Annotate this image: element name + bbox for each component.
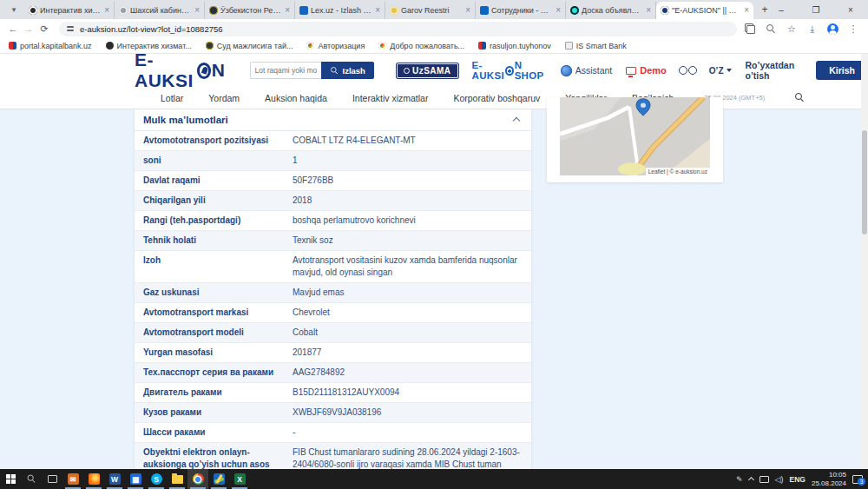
demo-link[interactable]: Demo bbox=[626, 65, 667, 76]
maps-icon bbox=[214, 473, 225, 485]
logo-circle-icon bbox=[197, 63, 211, 79]
taskbar-maps-app[interactable] bbox=[208, 469, 229, 489]
task-view-button[interactable] bbox=[42, 469, 62, 489]
back-button[interactable]: ← bbox=[5, 21, 21, 36]
izlash-search-button[interactable]: Izlash bbox=[321, 62, 374, 79]
tab-close-icon[interactable]: × bbox=[744, 6, 749, 15]
zoom-icon[interactable] bbox=[766, 24, 776, 34]
eauksion-shop-logo[interactable]: E-AUKSIN SHOP bbox=[472, 60, 545, 81]
bookmark-favicon bbox=[306, 42, 314, 50]
tab-close-icon[interactable]: × bbox=[285, 6, 290, 15]
excel-icon: X bbox=[234, 473, 246, 485]
window-close-button[interactable]: × bbox=[833, 0, 868, 19]
browser-tab-3[interactable]: Ўзбекистон Республик... × bbox=[205, 2, 295, 19]
taskbar-word[interactable]: W bbox=[104, 469, 125, 489]
monitor-icon bbox=[626, 67, 636, 75]
browser-tab-7[interactable]: Доска объявлений OLX... × bbox=[566, 2, 656, 19]
tab-close-icon[interactable]: × bbox=[375, 6, 380, 15]
taskbar-file-explorer[interactable] bbox=[167, 469, 187, 489]
accessibility-glasses-icon[interactable] bbox=[679, 66, 697, 75]
lot-search-input[interactable] bbox=[250, 62, 321, 79]
nav-item-korporativ-boshqaruv[interactable]: Korporativ boshqaruv bbox=[453, 93, 540, 103]
browser-tab-active[interactable]: "E-AUKSION" || №10882... × bbox=[656, 2, 753, 19]
browser-tab-1[interactable]: Интерактив хизматлар × bbox=[24, 2, 115, 19]
display-icon[interactable] bbox=[760, 476, 769, 483]
tab-close-icon[interactable]: × bbox=[646, 6, 651, 15]
nav-item-interaktiv-xizmatlar[interactable]: Interaktiv xizmatlar bbox=[352, 93, 429, 103]
hidden-icons-chevron[interactable] bbox=[748, 477, 754, 483]
bookmark-item[interactable]: Добро пожаловать... bbox=[378, 42, 464, 50]
table-row: Avtomotransport modeliCobalt bbox=[135, 323, 531, 343]
tab-search-chevron-icon[interactable]: ▾ bbox=[5, 2, 23, 17]
language-dropdown[interactable]: O’Z bbox=[709, 66, 732, 76]
window-minimize-button[interactable]: – bbox=[764, 0, 799, 19]
section-header-mulk[interactable]: Mulk ma’lumotlari bbox=[135, 109, 531, 131]
volume-icon[interactable]: ◁) bbox=[775, 475, 784, 484]
nav-item-lotlar[interactable]: Lotlar bbox=[161, 93, 183, 103]
tab-close-icon[interactable]: × bbox=[104, 6, 109, 15]
browser-tab-5[interactable]: Garov Reestri × bbox=[385, 2, 476, 19]
tab-favicon bbox=[661, 6, 669, 15]
tab-close-icon[interactable]: × bbox=[194, 6, 200, 15]
url-text[interactable]: e-auksion.uz/lot-view?lot_id=10882756 bbox=[80, 24, 223, 34]
nav-item-yordam[interactable]: Yordam bbox=[208, 93, 240, 103]
browser-tab-6[interactable]: Сотрудники - Справочн... × bbox=[476, 2, 566, 19]
eauksion-logo[interactable]: E-AUKSIN bbox=[135, 54, 226, 91]
map-attribution[interactable]: Leaflet | © e-auksion.uz bbox=[646, 168, 710, 175]
assistant-link[interactable]: Assistant bbox=[561, 65, 613, 76]
taskbar-search-button[interactable] bbox=[21, 469, 42, 489]
tab-favicon bbox=[299, 6, 308, 15]
window-maximize-button[interactable]: ❐ bbox=[799, 0, 833, 19]
taskbar-outlook[interactable]: ✉ bbox=[62, 469, 83, 489]
tab-close-icon[interactable]: × bbox=[556, 6, 561, 15]
uzsama-emblem-icon bbox=[404, 68, 410, 74]
taskbar-excel[interactable]: X bbox=[229, 469, 250, 489]
scrollbar-thumb[interactable] bbox=[862, 130, 867, 235]
uzsama-badge[interactable]: UzSAMA bbox=[397, 63, 458, 78]
pen-icon[interactable]: ✎ bbox=[736, 475, 743, 484]
page-scrollbar[interactable] bbox=[861, 54, 868, 469]
bookmarks-bar: portal.kapitalbank.uz Интерактив хизмат.… bbox=[0, 38, 868, 54]
bookmark-item[interactable]: IS Smart Bank bbox=[565, 42, 627, 50]
taskbar-save-app[interactable]: ▦ bbox=[125, 469, 146, 489]
table-row: Двигатель ракамиB15D211181312AUYX0094 bbox=[135, 383, 531, 403]
menu-dots-icon[interactable]: ⋮ bbox=[847, 23, 859, 35]
bookmark-favicon bbox=[9, 42, 16, 50]
language-indicator[interactable]: ENG bbox=[790, 475, 806, 484]
leaflet-map[interactable]: Leaflet | © e-auksion.uz bbox=[560, 97, 710, 175]
nav-item-auksion-haqida[interactable]: Auksion haqida bbox=[265, 93, 327, 103]
taskbar-firefox[interactable] bbox=[83, 469, 104, 489]
notification-icon[interactable]: 3 bbox=[852, 475, 863, 484]
table-row: Шасси раками- bbox=[135, 423, 531, 443]
forward-button[interactable]: → bbox=[21, 21, 36, 36]
chrome-icon bbox=[193, 473, 204, 485]
bookmark-item[interactable]: Суд мажлисига тай... bbox=[206, 42, 293, 50]
browser-tab-4[interactable]: Lex.uz - Izlash natijalari × bbox=[295, 2, 385, 19]
bookmark-star-icon[interactable]: ☆ bbox=[786, 23, 798, 35]
bookmark-item[interactable]: Интерактив хизмат... bbox=[106, 42, 192, 50]
save-icon: ▦ bbox=[130, 473, 141, 485]
tab-close-icon[interactable]: × bbox=[465, 6, 470, 15]
nav-search-icon[interactable] bbox=[795, 93, 805, 102]
browser-tab-2[interactable]: Шахсий кабинет «ADOL... × bbox=[115, 2, 205, 19]
reload-button[interactable]: ⟳ bbox=[36, 21, 52, 36]
site-info-icon[interactable] bbox=[66, 24, 75, 33]
table-row: Avtomototransport pozitsiyasiCOBALT LTZ … bbox=[135, 131, 531, 151]
profile-avatar[interactable] bbox=[827, 23, 838, 35]
tab-favicon bbox=[390, 6, 398, 15]
taskbar-skype[interactable]: S bbox=[146, 469, 167, 489]
table-row: Chiqarilgan yili2018 bbox=[135, 191, 531, 211]
address-bar[interactable]: e-auksion.uz/lot-view?lot_id=10882756 bbox=[59, 22, 737, 36]
bookmark-favicon bbox=[478, 42, 486, 50]
register-link[interactable]: Ro’yxatdan o’tish bbox=[746, 60, 803, 81]
table-row: Rangi (teh.pasportdagi)boshqa perlamutro… bbox=[135, 211, 531, 231]
search-icon bbox=[331, 67, 339, 75]
translate-icon[interactable] bbox=[745, 23, 755, 34]
start-button[interactable] bbox=[0, 469, 21, 489]
clock[interactable]: 10:05 25.08.2024 bbox=[812, 471, 846, 486]
bookmark-item[interactable]: Авторизация bbox=[306, 42, 365, 50]
download-icon[interactable]: ⤓ bbox=[806, 23, 819, 35]
taskbar-chrome[interactable] bbox=[187, 469, 208, 489]
bookmark-item[interactable]: rasuljon.tuyhonov bbox=[478, 42, 551, 50]
bookmark-item[interactable]: portal.kapitalbank.uz bbox=[9, 42, 92, 50]
